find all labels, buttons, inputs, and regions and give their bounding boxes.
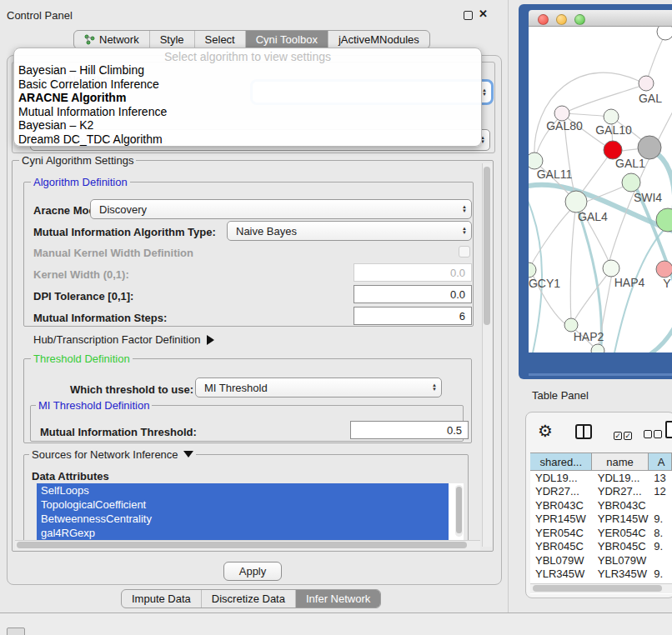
aracne-mode-combobox[interactable]: Discovery▲▼ [90,199,472,219]
attributes-scrollbar-thumb[interactable] [456,487,462,533]
network-node-label: GAL4 [578,210,608,223]
network-window-titlebar[interactable] [529,10,672,27]
table-row[interactable]: YBR045CYBR045C9. [530,540,672,554]
network-edge[interactable] [530,207,574,267]
sources-group-title[interactable]: Sources for Network Inference [29,448,196,461]
network-edge[interactable] [564,113,609,117]
algorithm-option[interactable]: Bayesian – Hill Climbing [14,63,481,78]
algorithm-option[interactable]: Dream8 DC_TDC Algorithm [14,132,481,147]
tab-style[interactable]: Style [149,31,194,48]
which-threshold-value: MI Threshold [204,382,268,394]
table-cell: YLR345W [530,568,593,580]
zoom-traffic-light[interactable] [574,14,585,25]
deselect-all-checkboxes-icon[interactable] [644,427,664,442]
column-header-name[interactable]: name [592,453,648,470]
algorithm-option[interactable]: ARACNE Algorithm [14,91,481,105]
table-horizontal-scrollbar-thumb[interactable] [533,585,662,592]
tab-select[interactable]: Select [194,31,245,48]
network-node-label: GAL11 [537,168,573,181]
dpi-tolerance-field[interactable]: 0.0 [354,285,472,303]
close-icon[interactable]: ✕ [479,8,488,20]
cyni-bottom-tabs: Impute Data Discretize Data Infer Networ… [121,589,381,608]
network-node[interactable] [603,260,619,277]
attribute-item[interactable]: BetweennessCentrality [37,512,449,526]
table-cell: YBR043C [593,499,649,512]
mi-threshold-field[interactable]: 0.5 [350,421,469,439]
settings-group-title: Cyni Algorithm Settings [19,154,136,167]
network-node[interactable] [656,261,672,278]
algorithm-option[interactable]: Bayesian – K2 [14,118,481,132]
network-edge[interactable] [579,153,610,197]
mi-steps-field[interactable]: 6 [354,307,472,325]
panel-divider[interactable] [508,0,509,612]
table-cell: 9. [649,568,672,580]
table-row[interactable]: YBL079WYBL079W [530,553,672,568]
table-row[interactable]: YLR345WYLR345W9. [530,568,672,582]
network-node[interactable] [604,109,619,124]
table-cell: YDR27... [530,485,593,498]
network-node[interactable] [656,208,672,232]
dpi-tolerance-label: DPI Tolerance [0,1]: [33,290,133,302]
network-edge[interactable] [564,85,644,113]
network-node-label: HAP4 [614,276,645,289]
network-node-label: GAL [639,92,662,105]
collapsed-arrow-icon [207,335,214,345]
table-row[interactable]: YDL19...YDL19...13 [530,471,672,485]
tab-infer-network[interactable]: Infer Network [295,590,380,608]
minimize-traffic-light[interactable] [556,14,567,25]
attribute-item[interactable]: SelfLoops [37,483,449,498]
algorithm-option[interactable]: Mutual Information Inference [14,105,481,119]
table-row[interactable]: YER054CYER054C8. [530,526,672,540]
which-threshold-combobox[interactable]: MI Threshold▲▼ [195,378,442,398]
mi-type-label: Mutual Information Algorithm Type: [33,226,216,238]
close-traffic-light[interactable] [538,14,549,25]
network-edge[interactable] [635,187,672,312]
manual-kernel-checkbox[interactable] [459,246,470,258]
settings-horizontal-scrollbar-thumb[interactable] [17,542,467,548]
node-table: shared... name A YDL19...YDL19...13YDR27… [530,452,672,594]
columns-icon[interactable] [575,424,592,439]
select-all-checkboxes-icon[interactable]: ✓✓ [614,427,634,442]
table-row[interactable]: YBR043CYBR043C [530,498,672,512]
network-node-label: HAP2 [574,330,604,343]
table-cell: 13 [649,472,672,484]
table-row[interactable]: YPR145WYPR145W9. [530,512,672,527]
gear-icon[interactable]: ⚙ [538,421,553,441]
table-cell: YPR145W [530,512,593,525]
tab-discretize-data[interactable]: Discretize Data [201,590,295,608]
table-cell: 8. [649,527,672,539]
apply-button[interactable]: Apply [223,562,282,581]
kernel-width-field[interactable]: 0.0 [354,263,472,282]
column-header-shared-name[interactable]: shared... [530,453,592,470]
attribute-item[interactable]: TopologicalCoefficient [37,498,449,512]
network-node[interactable] [591,344,604,352]
network-edge[interactable] [570,210,575,320]
which-threshold-label: Which threshold to use: [70,383,193,396]
attribute-item[interactable]: gal4RGexp [37,526,449,540]
network-node[interactable] [657,27,672,40]
document-icon[interactable] [665,421,672,438]
network-canvas[interactable]: GALGAL80GAL10GAL1GAL11SWI4GAL4GCY1HAP4YH… [529,27,672,352]
tab-network[interactable]: Network [74,31,149,48]
table-cell: YPR145W [593,512,649,525]
mi-type-combobox[interactable]: Naive Bayes▲▼ [227,221,472,241]
collapsed-panel-button[interactable] [7,628,25,635]
hub-definition-toggle[interactable]: Hub/Transcription Factor Definition [33,333,214,346]
tab-cyni-toolbox[interactable]: Cyni Toolbox [245,31,328,48]
algorithm-option[interactable]: Basic Correlation Inference [14,78,481,92]
data-attributes-list[interactable]: SelfLoopsTopologicalCoefficientBetweenne… [37,483,464,540]
settings-vertical-scrollbar-thumb[interactable] [484,167,490,325]
network-node[interactable] [529,152,543,169]
mi-threshold-group-title: MI Threshold Definition [36,399,152,412]
network-node[interactable] [639,76,654,91]
network-node[interactable] [622,173,640,192]
network-node[interactable] [529,262,536,278]
tab-jactivemnodules[interactable]: jActiveMNodules [328,31,429,48]
table-cell: YBR045C [593,540,649,552]
float-window-icon[interactable] [464,11,473,20]
network-node[interactable] [638,136,661,159]
column-header-partial[interactable]: A [649,453,672,470]
network-node-label: SWI4 [634,191,662,204]
tab-impute-data[interactable]: Impute Data [122,590,201,608]
table-row[interactable]: YDR27...YDR27...12 [530,485,672,499]
